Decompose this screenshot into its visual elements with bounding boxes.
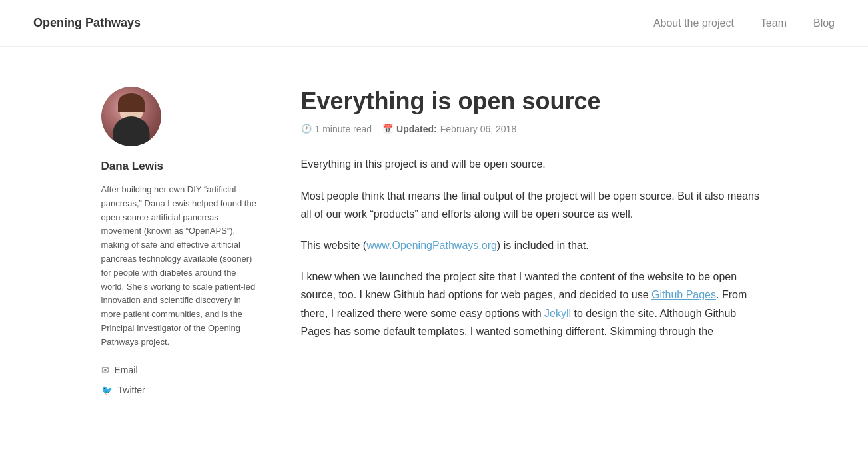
author-bio: After building her own DIY “artificial p… — [101, 183, 261, 349]
article-meta: 🕐 1 minute read 📅 Updated: February 06, … — [301, 122, 767, 136]
author-name: Dana Lewis — [101, 157, 261, 175]
nav-team[interactable]: Team — [761, 15, 787, 32]
updated-label: Updated: — [396, 122, 437, 136]
read-time: 🕐 1 minute read — [301, 122, 372, 136]
read-time-text: 1 minute read — [315, 122, 372, 136]
updated-meta: 📅 Updated: February 06, 2018 — [382, 122, 516, 136]
site-title[interactable]: Opening Pathways — [33, 13, 141, 33]
author-twitter-link[interactable]: 🐦 Twitter — [101, 383, 261, 397]
main-nav: About the project Team Blog — [653, 15, 835, 32]
jekyll-link[interactable]: Jekyll — [544, 308, 571, 319]
website-link[interactable]: www.OpeningPathways.org — [366, 240, 497, 251]
updated-date: February 06, 2018 — [440, 122, 516, 136]
clock-icon: 🕐 — [301, 122, 312, 136]
paragraph-3: This website (www.OpeningPathways.org) i… — [301, 236, 767, 254]
paragraph-1: Everything in this project is and will b… — [301, 155, 767, 173]
avatar-image — [101, 87, 161, 146]
twitter-icon: 🐦 — [101, 383, 113, 397]
nav-about[interactable]: About the project — [653, 15, 734, 32]
paragraph-4: I knew when we launched the project site… — [301, 268, 767, 340]
site-header: Opening Pathways About the project Team … — [0, 0, 868, 47]
article-title: Everything is open source — [301, 87, 767, 115]
article: Everything is open source 🕐 1 minute rea… — [301, 87, 767, 398]
email-icon: ✉ — [101, 363, 109, 377]
paragraph-2: Most people think that means the final o… — [301, 187, 767, 223]
article-body: Everything in this project is and will b… — [301, 155, 767, 340]
twitter-label: Twitter — [118, 383, 145, 397]
github-pages-link[interactable]: Github Pages — [651, 289, 716, 300]
author-links: ✉ Email 🐦 Twitter — [101, 363, 261, 398]
avatar — [101, 87, 161, 146]
email-label: Email — [115, 363, 138, 377]
author-email-link[interactable]: ✉ Email — [101, 363, 261, 377]
calendar-icon: 📅 — [382, 122, 393, 136]
avatar-hair — [118, 93, 145, 112]
author-sidebar: Dana Lewis After building her own DIY “a… — [101, 87, 261, 398]
nav-blog[interactable]: Blog — [813, 15, 835, 32]
main-container: Dana Lewis After building her own DIY “a… — [68, 87, 801, 398]
